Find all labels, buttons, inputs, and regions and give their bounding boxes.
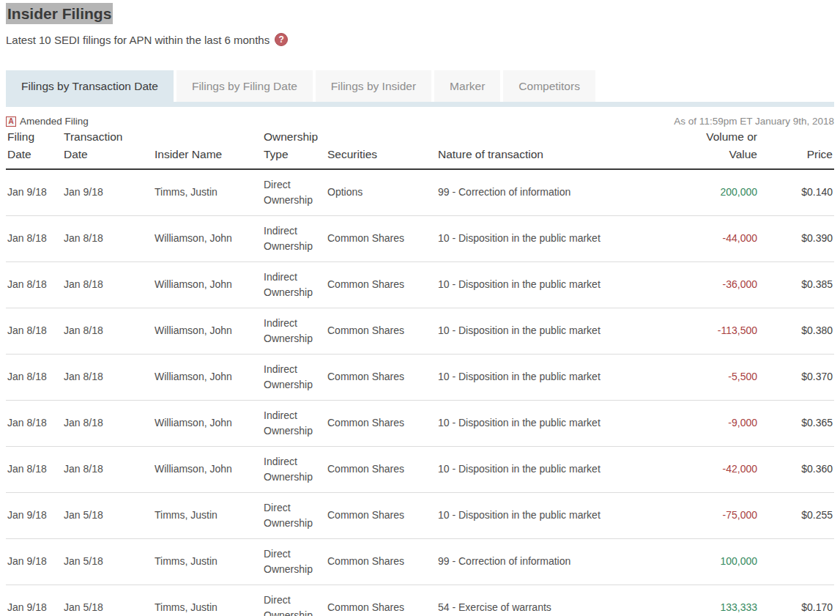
subtitle-text: Latest 10 SEDI filings for APN within th… bbox=[6, 34, 270, 46]
cell-securities: Options bbox=[326, 169, 436, 215]
col-header-insider-name: Insider Name bbox=[153, 128, 262, 169]
cell-securities: Common Shares bbox=[326, 261, 436, 308]
cell-volume-or-value: -9,000 bbox=[685, 400, 759, 446]
tab-bar: Filings by Transaction Date Filings by F… bbox=[6, 70, 834, 102]
cell-volume-or-value: -36,000 bbox=[685, 261, 759, 308]
table-row: Jan 8/18 Jan 8/18 Williamson, John Indir… bbox=[6, 215, 834, 261]
cell-nature-of-transaction: 10 - Disposition in the public market bbox=[436, 261, 685, 308]
col-header-nature: Nature of transaction bbox=[436, 128, 685, 169]
cell-nature-of-transaction: 54 - Exercise of warrants bbox=[436, 585, 685, 616]
cell-nature-of-transaction: 10 - Disposition in the public market bbox=[436, 308, 685, 354]
cell-insider-name: Timms, Justin bbox=[153, 492, 262, 538]
cell-price: $0.385 bbox=[759, 261, 834, 308]
tab-strip-divider bbox=[6, 102, 834, 107]
cell-price: $0.390 bbox=[759, 215, 834, 261]
tab-filings-by-transaction-date[interactable]: Filings by Transaction Date bbox=[6, 70, 174, 102]
cell-ownership-type: Direct Ownership bbox=[262, 585, 326, 616]
cell-price: $0.360 bbox=[759, 446, 834, 492]
table-row: Jan 8/18 Jan 8/18 Williamson, John Indir… bbox=[6, 308, 834, 354]
cell-securities: Common Shares bbox=[326, 215, 436, 261]
col-header-filing-date: Filing Date bbox=[6, 128, 62, 169]
cell-filing-date: Jan 8/18 bbox=[6, 215, 62, 261]
cell-ownership-type: Indirect Ownership bbox=[262, 308, 326, 354]
cell-price: $0.170 bbox=[759, 585, 834, 616]
cell-transaction-date: Jan 8/18 bbox=[62, 446, 153, 492]
cell-transaction-date: Jan 8/18 bbox=[62, 261, 153, 308]
cell-insider-name: Williamson, John bbox=[153, 261, 262, 308]
cell-insider-name: Williamson, John bbox=[153, 215, 262, 261]
cell-ownership-type: Indirect Ownership bbox=[262, 400, 326, 446]
cell-securities: Common Shares bbox=[326, 538, 436, 585]
filings-table-header: Filing Date Transaction Date Insider Nam… bbox=[6, 128, 834, 169]
col-header-securities: Securities bbox=[326, 128, 436, 169]
cell-filing-date: Jan 8/18 bbox=[6, 308, 62, 354]
cell-ownership-type: Direct Ownership bbox=[262, 169, 326, 215]
cell-volume-or-value: -42,000 bbox=[685, 446, 759, 492]
cell-securities: Common Shares bbox=[326, 585, 436, 616]
cell-ownership-type: Indirect Ownership bbox=[262, 354, 326, 400]
cell-transaction-date: Jan 8/18 bbox=[62, 354, 153, 400]
amended-filing-label: Amended Filing bbox=[20, 116, 89, 127]
table-row: Jan 8/18 Jan 8/18 Williamson, John Indir… bbox=[6, 400, 834, 446]
table-row: Jan 8/18 Jan 8/18 Williamson, John Indir… bbox=[6, 261, 834, 308]
cell-nature-of-transaction: 10 - Disposition in the public market bbox=[436, 215, 685, 261]
tab-filings-by-insider[interactable]: Filings by Insider bbox=[316, 70, 431, 102]
col-header-transaction-date: Transaction Date bbox=[62, 128, 153, 169]
cell-volume-or-value: -5,500 bbox=[685, 354, 759, 400]
table-row: Jan 8/18 Jan 8/18 Williamson, John Indir… bbox=[6, 354, 834, 400]
cell-price: $0.365 bbox=[759, 400, 834, 446]
cell-nature-of-transaction: 99 - Correction of information bbox=[436, 538, 685, 585]
cell-filing-date: Jan 8/18 bbox=[6, 400, 62, 446]
help-icon[interactable]: ? bbox=[275, 33, 288, 46]
subtitle-row: Latest 10 SEDI filings for APN within th… bbox=[6, 33, 834, 46]
cell-ownership-type: Direct Ownership bbox=[262, 538, 326, 585]
table-row: Jan 9/18 Jan 9/18 Timms, Justin Direct O… bbox=[6, 169, 834, 215]
cell-filing-date: Jan 9/18 bbox=[6, 538, 62, 585]
cell-filing-date: Jan 9/18 bbox=[6, 492, 62, 538]
cell-price: $0.255 bbox=[759, 492, 834, 538]
cell-securities: Common Shares bbox=[326, 446, 436, 492]
cell-insider-name: Timms, Justin bbox=[153, 169, 262, 215]
cell-volume-or-value: 133,333 bbox=[685, 585, 759, 616]
col-header-price: Price bbox=[759, 128, 834, 169]
cell-price bbox=[759, 538, 834, 585]
tab-marker[interactable]: Marker bbox=[434, 70, 500, 102]
cell-nature-of-transaction: 10 - Disposition in the public market bbox=[436, 446, 685, 492]
insider-filings-widget: Insider Filings Latest 10 SEDI filings f… bbox=[0, 0, 840, 616]
cell-filing-date: Jan 8/18 bbox=[6, 446, 62, 492]
table-row: Jan 8/18 Jan 8/18 Williamson, John Indir… bbox=[6, 446, 834, 492]
cell-securities: Common Shares bbox=[326, 492, 436, 538]
as-of-timestamp: As of 11:59pm ET January 9th, 2018 bbox=[674, 116, 834, 127]
cell-insider-name: Williamson, John bbox=[153, 354, 262, 400]
cell-insider-name: Timms, Justin bbox=[153, 538, 262, 585]
cell-volume-or-value: -113,500 bbox=[685, 308, 759, 354]
cell-price: $0.370 bbox=[759, 354, 834, 400]
cell-filing-date: Jan 8/18 bbox=[6, 261, 62, 308]
cell-transaction-date: Jan 8/18 bbox=[62, 400, 153, 446]
cell-transaction-date: Jan 8/18 bbox=[62, 215, 153, 261]
col-header-volume: Volume or Value bbox=[685, 128, 759, 169]
cell-insider-name: Timms, Justin bbox=[153, 585, 262, 616]
cell-transaction-date: Jan 5/18 bbox=[62, 585, 153, 616]
cell-transaction-date: Jan 5/18 bbox=[62, 492, 153, 538]
table-row: Jan 9/18 Jan 5/18 Timms, Justin Direct O… bbox=[6, 538, 834, 585]
cell-ownership-type: Indirect Ownership bbox=[262, 446, 326, 492]
cell-ownership-type: Direct Ownership bbox=[262, 492, 326, 538]
cell-nature-of-transaction: 10 - Disposition in the public market bbox=[436, 492, 685, 538]
cell-ownership-type: Indirect Ownership bbox=[262, 261, 326, 308]
cell-transaction-date: Jan 8/18 bbox=[62, 308, 153, 354]
cell-price: $0.140 bbox=[759, 169, 834, 215]
cell-filing-date: Jan 8/18 bbox=[6, 354, 62, 400]
tab-filings-by-filing-date[interactable]: Filings by Filing Date bbox=[176, 70, 313, 102]
cell-transaction-date: Jan 5/18 bbox=[62, 538, 153, 585]
cell-transaction-date: Jan 9/18 bbox=[62, 169, 153, 215]
table-row: Jan 9/18 Jan 5/18 Timms, Justin Direct O… bbox=[6, 585, 834, 616]
cell-securities: Common Shares bbox=[326, 354, 436, 400]
cell-filing-date: Jan 9/18 bbox=[6, 169, 62, 215]
cell-filing-date: Jan 9/18 bbox=[6, 585, 62, 616]
table-row: Jan 9/18 Jan 5/18 Timms, Justin Direct O… bbox=[6, 492, 834, 538]
filings-table: Filing Date Transaction Date Insider Nam… bbox=[6, 128, 834, 616]
amended-filing-legend: A Amended Filing bbox=[6, 116, 89, 127]
cell-volume-or-value: 200,000 bbox=[685, 169, 759, 215]
tab-competitors[interactable]: Competitors bbox=[503, 70, 595, 102]
